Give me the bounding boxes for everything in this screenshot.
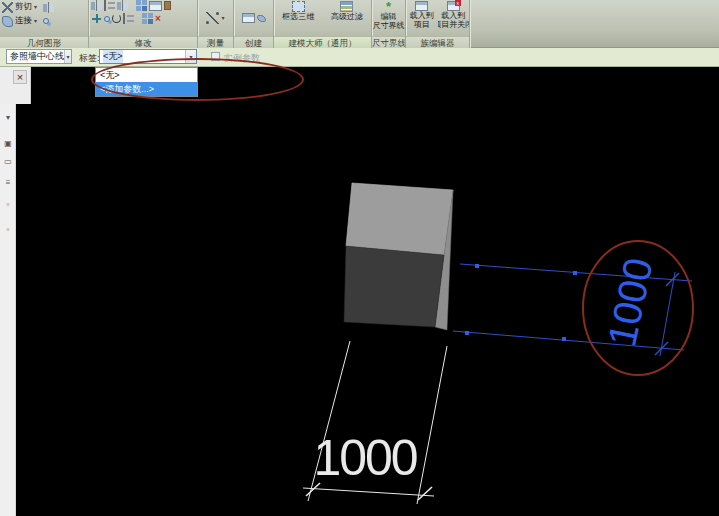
split-icon[interactable] [142,13,153,24]
drag-handle[interactable] [465,331,469,335]
align-icon[interactable] [91,0,102,11]
advanced-filter-label: 高级过滤 [331,12,363,21]
placement-plane-combobox[interactable]: 参照墙中心线 ▾ [6,49,72,64]
edit-witness-label-1: 编辑 [381,12,397,21]
panel-label-family-editor: 族编辑器 [406,36,469,48]
cube-front-face[interactable] [344,246,444,327]
array-icon[interactable] [136,0,147,11]
options-bar: 参照墙中心线 ▾ 标签: <无> ▾ 实例参数 [0,48,719,67]
panel-label-modify: 修改 [89,36,197,48]
right-dimension-value[interactable]: 1000 [599,254,661,350]
chevron-down-icon[interactable]: ▾ [34,18,37,24]
panel-empty [469,0,719,48]
dimension-icon[interactable] [242,13,255,23]
witness-line[interactable] [417,346,447,504]
panel-modeling-master: 框选三维 高级过滤 建模大师（通用） [273,0,371,48]
edit-witness-lines-icon: * [386,1,391,12]
panel-label-measure: 测量 [198,36,233,48]
edit-witness-lines-button[interactable]: * 编辑 尺寸界线 [372,0,405,36]
load-into-project-and-close-button[interactable]: x 载入到 项目并关闭 [438,0,470,36]
scale-icon[interactable] [149,1,162,11]
cut-label: 剪切 [15,1,32,13]
scene-overlay: 1000 1000 [0,67,719,516]
dimension-handles[interactable] [465,264,577,341]
revit-family-editor-window: 剪切 ▾ 连接 ▾ 几何图形 [0,0,719,516]
chevron-down-icon[interactable]: ▾ [64,50,71,63]
ribbon: 剪切 ▾ 连接 ▾ 几何图形 [0,0,719,48]
trim-icon[interactable] [123,13,134,24]
load-into-project-button[interactable]: 载入到 项目 [406,0,438,36]
copy-icon[interactable] [104,16,110,22]
load-into-project-icon [415,1,428,11]
panel-modify: × 修改 [88,0,197,48]
cut-icon [2,2,13,13]
cut-button[interactable]: 剪切 ▾ [0,0,88,14]
drag-handle[interactable] [573,271,577,275]
panel-label-create: 创建 [234,36,273,48]
advanced-filter-icon [340,1,353,12]
cube-top-face[interactable] [346,183,453,255]
panel-label-modeling-master: 建模大师（通用） [274,36,371,48]
mirror-icon[interactable] [117,0,128,11]
box-select-3d-button[interactable]: 框选三维 [274,0,323,36]
load-close-label-1: 载入到 [441,11,465,20]
demolish-icon[interactable] [43,18,49,24]
join-button[interactable]: 连接 ▾ [0,14,88,28]
panel-geometry: 剪切 ▾ 连接 ▾ 几何图形 [0,0,88,48]
panel-witness-lines: * 编辑 尺寸界线 尺寸界线 [371,0,405,48]
panel-create: 创建 [233,0,273,48]
chevron-down-icon[interactable]: ▾ [34,4,37,10]
witness-line[interactable] [453,331,684,350]
drag-handle[interactable] [475,264,479,268]
box-select-3d-icon [292,1,305,12]
measure-icon[interactable] [206,12,219,24]
panel-family-editor: 载入到 项目 x 载入到 项目并关闭 族编辑器 [405,0,469,48]
load-into-project-and-close-icon: x [447,1,460,11]
paint-icon[interactable] [43,2,54,13]
join-label: 连接 [15,15,32,27]
pin-icon[interactable] [164,1,171,10]
tag-label: 标签: [79,52,100,65]
annotation-ellipse-dropdown [91,58,304,101]
panel-label-witness-lines: 尺寸界线 [372,36,405,48]
placement-plane-value: 参照墙中心线 [10,50,64,63]
panel-label-geometry: 几何图形 [0,36,88,48]
load-into-project-label-1: 载入到 [410,11,434,20]
tag-value: <无> [103,50,123,63]
load-close-label-2: 项目并关闭 [438,20,470,29]
load-into-project-label-2: 项目 [414,20,430,29]
drag-handle[interactable] [562,337,566,341]
bottom-dimension-value[interactable]: 1000 [313,430,416,486]
dimension-line[interactable] [303,488,434,496]
panel-measure: ▾ 测量 [197,0,233,48]
box-select-3d-label: 框选三维 [282,12,314,21]
detail-icon[interactable] [257,15,266,22]
edit-witness-label-2: 尺寸界线 [373,21,405,30]
rotate-icon[interactable] [112,14,121,23]
move-icon[interactable] [91,13,102,24]
delete-icon[interactable]: × [155,14,161,24]
join-icon [2,16,13,27]
chevron-down-icon[interactable]: ▾ [221,15,224,21]
offset-icon[interactable] [104,0,115,11]
advanced-filter-button[interactable]: 高级过滤 [323,0,372,36]
